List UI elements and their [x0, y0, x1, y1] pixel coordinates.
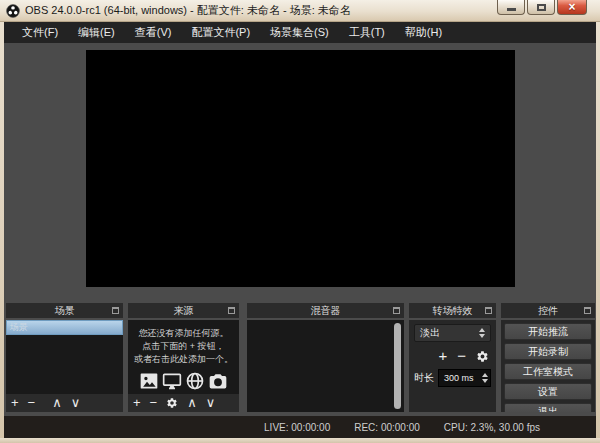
window-controls: ×	[497, 0, 587, 15]
duration-spinbox[interactable]: 300 ms	[438, 369, 491, 387]
add-transition-button[interactable]: +	[438, 348, 447, 364]
source-type-icons	[128, 371, 239, 391]
dock-float-icon[interactable]	[228, 307, 235, 314]
maximize-button[interactable]	[527, 0, 555, 15]
controls-panel-title: 控件	[538, 304, 558, 318]
menu-scene-collection[interactable]: 场景集合(S)	[260, 22, 339, 43]
live-time: LIVE: 00:00:00	[264, 422, 330, 433]
menu-view[interactable]: 查看(V)	[125, 22, 182, 43]
window-border-left	[0, 22, 4, 443]
move-scene-down-button[interactable]: ∨	[71, 395, 81, 411]
menu-tools[interactable]: 工具(T)	[339, 22, 395, 43]
remove-source-button[interactable]: −	[150, 395, 158, 411]
source-properties-gear-icon[interactable]	[166, 397, 178, 409]
transitions-panel: 转场特效 淡出 + − 时长	[409, 303, 496, 412]
title-bar[interactable]: OBS 24.0.0-rc1 (64-bit, windows) - 配置文件:…	[0, 0, 600, 22]
obs-logo-icon	[6, 4, 20, 18]
preview-canvas[interactable]	[86, 50, 515, 287]
mixer-panel-header[interactable]: 混音器	[247, 303, 404, 318]
transitions-panel-title: 转场特效	[433, 304, 473, 318]
transition-properties-gear-icon[interactable]	[476, 350, 489, 363]
window-border-right	[596, 22, 600, 443]
duration-value: 300 ms	[444, 373, 474, 383]
add-source-button[interactable]: +	[133, 395, 141, 411]
scene-list[interactable]: 场景	[6, 320, 123, 394]
window-border-bottom	[0, 438, 600, 443]
minimize-button[interactable]	[497, 0, 525, 15]
controls-panel-header[interactable]: 控件	[501, 303, 595, 318]
transitions-panel-header[interactable]: 转场特效	[409, 303, 496, 318]
minimize-icon	[507, 8, 516, 11]
dock-float-icon[interactable]	[584, 307, 591, 314]
scenes-panel: 场景 场景 + − ∧ ∨	[6, 303, 123, 412]
spinbox-arrows-icon[interactable]	[482, 373, 488, 383]
add-scene-button[interactable]: +	[11, 395, 19, 411]
sources-toolbar: + − ∧ ∨	[128, 394, 239, 412]
mixer-panel: 混音器	[247, 303, 404, 412]
display-source-icon	[162, 371, 182, 391]
cpu-fps-stats: CPU: 2.3%, 30.00 fps	[444, 422, 540, 433]
mixer-scrollbar[interactable]	[394, 323, 401, 409]
studio-mode-button[interactable]: 工作室模式	[504, 363, 592, 380]
move-source-down-button[interactable]: ∨	[206, 395, 216, 411]
sources-panel: 来源 您还没有添加任何源。 点击下面的 + 按钮， 或者右击此处添加一个。	[128, 303, 239, 412]
scenes-panel-header[interactable]: 场景	[6, 303, 123, 318]
move-scene-up-button[interactable]: ∧	[52, 395, 62, 411]
scenes-toolbar: + − ∧ ∨	[6, 394, 123, 412]
image-source-icon	[139, 371, 159, 391]
mixer-panel-title: 混音器	[311, 304, 341, 318]
start-recording-button[interactable]: 开始录制	[504, 343, 592, 360]
menu-bar: 文件(F) 编辑(E) 查看(V) 配置文件(P) 场景集合(S) 工具(T) …	[4, 22, 596, 43]
menu-profile[interactable]: 配置文件(P)	[181, 22, 260, 43]
close-button[interactable]: ×	[557, 0, 587, 15]
dock-float-icon[interactable]	[112, 307, 119, 314]
duration-label: 时长	[414, 371, 434, 385]
scene-list-item-selected[interactable]: 场景	[6, 320, 123, 335]
move-source-up-button[interactable]: ∧	[187, 395, 197, 411]
sources-empty-state[interactable]: 您还没有添加任何源。 点击下面的 + 按钮， 或者右击此处添加一个。	[128, 320, 239, 394]
transition-toolbar: + −	[414, 348, 489, 364]
sources-panel-header[interactable]: 来源	[128, 303, 239, 318]
rec-time: REC: 00:00:00	[354, 422, 420, 433]
transition-select[interactable]: 淡出	[414, 324, 491, 342]
main-area: 场景 场景 + − ∧ ∨ 来源	[4, 43, 596, 416]
scenes-panel-title: 场景	[55, 304, 75, 318]
menu-edit[interactable]: 编辑(E)	[68, 22, 125, 43]
exit-button[interactable]: 退出	[504, 403, 592, 412]
sources-panel-title: 来源	[174, 304, 194, 318]
close-icon: ×	[568, 1, 575, 14]
remove-scene-button[interactable]: −	[28, 395, 36, 411]
sources-empty-line: 或者右击此处添加一个。	[128, 353, 239, 366]
start-streaming-button[interactable]: 开始推流	[504, 323, 592, 340]
maximize-icon	[537, 4, 546, 11]
sources-empty-line: 点击下面的 + 按钮，	[128, 340, 239, 353]
camera-source-icon	[208, 371, 228, 391]
obs-window: OBS 24.0.0-rc1 (64-bit, windows) - 配置文件:…	[0, 0, 600, 443]
combo-arrows-icon	[479, 328, 485, 338]
duration-row: 时长 300 ms	[414, 369, 491, 387]
remove-transition-button[interactable]: −	[457, 348, 466, 364]
menu-help[interactable]: 帮助(H)	[395, 22, 452, 43]
sources-empty-line: 您还没有添加任何源。	[128, 327, 239, 340]
status-bar: LIVE: 00:00:00 REC: 00:00:00 CPU: 2.3%, …	[4, 416, 596, 438]
settings-button[interactable]: 设置	[504, 383, 592, 400]
menu-file[interactable]: 文件(F)	[12, 22, 68, 43]
window-title: OBS 24.0.0-rc1 (64-bit, windows) - 配置文件:…	[25, 3, 351, 18]
controls-panel: 控件 开始推流 开始录制 工作室模式 设置 退出	[501, 303, 595, 412]
transition-selected-value: 淡出	[420, 326, 440, 340]
dock-float-icon[interactable]	[393, 307, 400, 314]
globe-source-icon	[185, 371, 205, 391]
mixer-content[interactable]	[247, 320, 404, 412]
dock-float-icon[interactable]	[485, 307, 492, 314]
